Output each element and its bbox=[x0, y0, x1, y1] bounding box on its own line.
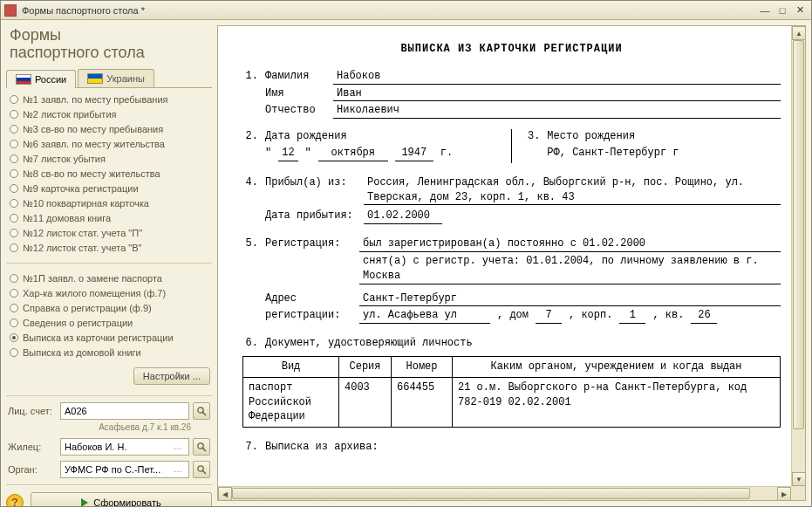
panel-title: Формы паспортного стола bbox=[6, 25, 212, 64]
settings-divider bbox=[6, 395, 212, 396]
organ-search-button[interactable] bbox=[193, 461, 210, 478]
organ-label: Орган: bbox=[8, 464, 57, 475]
th-series: Серия bbox=[339, 356, 392, 377]
radio-icon bbox=[10, 304, 18, 312]
account-input[interactable]: А026 bbox=[60, 402, 189, 420]
close-button[interactable]: ✕ bbox=[792, 3, 808, 17]
section-number: 7. bbox=[242, 440, 258, 455]
scroll-down-button[interactable]: ▼ bbox=[792, 472, 805, 486]
scroll-thumb-v[interactable] bbox=[793, 40, 804, 429]
addr-flat-label: , кв. bbox=[652, 308, 684, 324]
addr-street: ул. Асафьева ул bbox=[359, 308, 490, 324]
tenant-dropdown-button[interactable]: … bbox=[171, 439, 185, 455]
form-radio-item[interactable]: №12 листок стат. учета "П" bbox=[8, 227, 210, 239]
form-radio-label: Сведения о регистрации bbox=[23, 318, 133, 328]
account-hint: Асафьева д.7 к.1 кв.26 bbox=[6, 422, 212, 435]
magnifier-icon bbox=[196, 464, 207, 475]
country-tabs: России Украины bbox=[6, 69, 212, 88]
surname-label: Фамилия bbox=[265, 69, 326, 85]
form-radio-label: №11 домовая книга bbox=[23, 213, 111, 223]
section-number: 3. bbox=[524, 129, 540, 144]
surname-value: Набоков bbox=[333, 69, 781, 85]
forms-group-2: №1П заявл. о замене паспортаХар-ка жилог… bbox=[6, 267, 212, 364]
scroll-left-button[interactable]: ◀ bbox=[218, 487, 232, 500]
form-radio-label: №12 листок стат. учета "П" bbox=[23, 228, 142, 238]
tab-ukraine[interactable]: Украины bbox=[78, 69, 154, 87]
form-radio-item[interactable]: №11 домовая книга bbox=[8, 212, 210, 224]
doc-title: ВЫПИСКА ИЗ КАРТОЧКИ РЕГИСТРАЦИИ bbox=[242, 42, 781, 57]
section-number: 4. bbox=[242, 175, 258, 206]
addr-flat: 26 bbox=[691, 308, 717, 324]
scroll-right-button[interactable]: ▶ bbox=[777, 487, 791, 500]
radio-icon bbox=[10, 333, 18, 342]
radio-icon bbox=[10, 289, 18, 298]
section-number: 1. bbox=[242, 69, 258, 85]
settings-button[interactable]: Настройки ... bbox=[133, 367, 210, 385]
addr-label-1: Адрес bbox=[265, 291, 352, 307]
svg-point-0 bbox=[198, 407, 203, 412]
th-kind: Вид bbox=[243, 356, 339, 377]
form-radio-item[interactable]: №1 заявл. по месту пребывания bbox=[8, 93, 210, 106]
form-radio-label: Выписка из домовой книги bbox=[23, 347, 141, 358]
form-radio-item[interactable]: №6 заявл. по месту жительства bbox=[8, 138, 210, 150]
tab-russia[interactable]: России bbox=[6, 70, 76, 88]
form-radio-item[interactable]: Сведения о регистрации bbox=[8, 317, 210, 329]
radio-icon bbox=[10, 169, 18, 178]
dob-suffix: г. bbox=[440, 146, 453, 161]
svg-point-4 bbox=[198, 465, 203, 470]
td-series: 4003 bbox=[339, 377, 392, 427]
form-radio-item[interactable]: №3 св-во по месту пребывания bbox=[8, 123, 210, 135]
horizontal-scrollbar[interactable]: ◀ ▶ bbox=[218, 486, 791, 500]
help-icon[interactable]: ? bbox=[6, 494, 24, 506]
svg-point-2 bbox=[198, 442, 203, 448]
arrived-label: Прибыл(а) из: bbox=[265, 175, 357, 206]
arrive-date-label: Дата прибытия: bbox=[265, 209, 357, 224]
th-issued: Каким органом, учреждением и когда выдан bbox=[453, 356, 781, 377]
form-radio-item[interactable]: №12 листок стат. учета "В" bbox=[8, 242, 210, 254]
generate-button[interactable]: Сформировать bbox=[31, 492, 212, 506]
form-radio-item[interactable]: Выписка из домовой книги bbox=[8, 346, 210, 359]
tenant-search-button[interactable] bbox=[193, 438, 210, 456]
vertical-scrollbar[interactable]: ▲ ▼ bbox=[791, 26, 805, 486]
form-radio-item[interactable]: Хар-ка жилого помещения (ф.7) bbox=[8, 287, 210, 299]
radio-icon bbox=[10, 243, 18, 252]
minimize-button[interactable]: — bbox=[757, 3, 773, 17]
document-content: ВЫПИСКА ИЗ КАРТОЧКИ РЕГИСТРАЦИИ 1. Фамил… bbox=[218, 26, 805, 472]
form-radio-label: №9 карточка регистрации bbox=[23, 183, 139, 194]
organ-input[interactable]: УФМС РФ по С.-Пет... … bbox=[60, 461, 189, 478]
panel-title-line2: паспортного стола bbox=[10, 45, 208, 62]
tab-russia-label: России bbox=[35, 74, 66, 85]
addr-korp-label: , корп. bbox=[569, 308, 612, 324]
form-radio-item[interactable]: №1П заявл. о замене паспорта bbox=[8, 272, 210, 284]
forms-group-1: №1 заявл. по месту пребывания№2 листок п… bbox=[6, 88, 212, 259]
archive-label: Выписка из архива: bbox=[265, 440, 379, 455]
dob-day: 12 bbox=[278, 146, 297, 161]
form-radio-item[interactable]: №9 карточка регистрации bbox=[8, 182, 210, 195]
tenant-input[interactable]: Набоков И. Н. … bbox=[60, 438, 189, 456]
organ-dropdown-button[interactable]: … bbox=[171, 462, 185, 477]
arrive-date: 01.02.2000 bbox=[364, 209, 442, 224]
form-radio-item[interactable]: Справка о регистрации (ф.9) bbox=[8, 302, 210, 314]
form-radio-label: Хар-ка жилого помещения (ф.7) bbox=[23, 288, 166, 298]
scroll-up-button[interactable]: ▲ bbox=[792, 26, 805, 40]
radio-icon bbox=[10, 199, 18, 208]
generate-button-label: Сформировать bbox=[93, 497, 161, 506]
scroll-thumb-h[interactable] bbox=[232, 488, 750, 499]
form-radio-item[interactable]: №2 листок прибытия bbox=[8, 108, 210, 120]
section-number: 5. bbox=[242, 236, 258, 252]
account-search-button[interactable] bbox=[193, 402, 210, 420]
th-number: Номер bbox=[392, 356, 453, 377]
addr-korp: 1 bbox=[619, 308, 645, 324]
form-radio-label: №1П заявл. о замене паспорта bbox=[23, 273, 162, 284]
left-panel: Формы паспортного стола России Украины №… bbox=[6, 25, 212, 501]
form-radio-label: Справка о регистрации (ф.9) bbox=[23, 303, 152, 313]
svg-line-3 bbox=[203, 448, 207, 451]
form-radio-item[interactable]: Выписка из карточки регистрации bbox=[8, 332, 210, 344]
maximize-button[interactable]: □ bbox=[774, 3, 790, 17]
radio-icon bbox=[10, 125, 18, 134]
form-radio-item[interactable]: №10 поквартирная карточка bbox=[8, 197, 210, 209]
radio-icon bbox=[10, 95, 18, 104]
form-radio-item[interactable]: №8 св-во по месту жительства bbox=[8, 168, 210, 180]
document-area: ВЫПИСКА ИЗ КАРТОЧКИ РЕГИСТРАЦИИ 1. Фамил… bbox=[217, 25, 806, 501]
form-radio-item[interactable]: №7 листок убытия bbox=[8, 153, 210, 165]
